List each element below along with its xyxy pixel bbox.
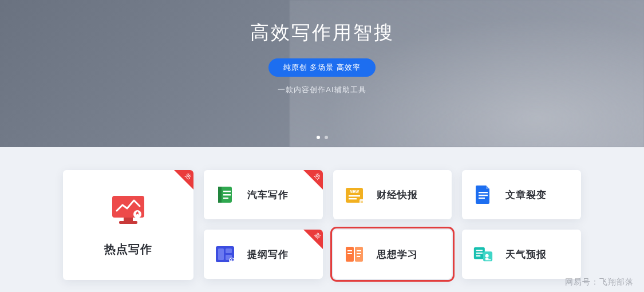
hero-subtitle: 一款内容创作AI辅助工具 — [278, 85, 366, 95]
card-weather-forecast[interactable]: 天气预报 — [462, 230, 581, 279]
svg-rect-33 — [476, 255, 481, 257]
study-icon — [343, 243, 365, 265]
svg-rect-36 — [485, 259, 491, 261]
weather-icon — [472, 243, 494, 265]
card-label: 汽车写作 — [247, 188, 289, 202]
card-label: 文章裂变 — [505, 188, 547, 202]
badge-new: 新 — [303, 230, 323, 249]
svg-rect-14 — [361, 202, 363, 203]
card-outline-writing[interactable]: 新 提纲写作 — [204, 230, 323, 279]
feature-card-hotspot[interactable]: 热 热点写作 — [63, 170, 193, 280]
svg-rect-17 — [479, 198, 485, 199]
svg-rect-29 — [357, 256, 360, 257]
hero-title: 高效写作用智搜 — [250, 20, 394, 46]
svg-rect-7 — [223, 194, 231, 196]
card-grid: 热 汽车写作 NEW — [204, 170, 581, 280]
svg-rect-32 — [476, 252, 483, 254]
svg-rect-15 — [479, 192, 488, 193]
news-icon: NEW — [343, 184, 365, 206]
doc-icon — [472, 184, 494, 206]
svg-rect-20 — [226, 248, 232, 253]
svg-rect-1 — [124, 218, 133, 221]
card-auto-writing[interactable]: 热 汽车写作 — [204, 170, 323, 219]
chart-screen-icon — [110, 194, 147, 226]
svg-rect-31 — [476, 250, 483, 251]
feature-card-label: 热点写作 — [104, 242, 152, 257]
svg-text:NEW: NEW — [349, 190, 359, 194]
svg-rect-11 — [349, 195, 360, 196]
svg-rect-2 — [119, 221, 137, 224]
carousel-dots[interactable] — [317, 136, 328, 139]
card-thought-study[interactable]: 思想学习 — [333, 230, 452, 279]
dot-2[interactable] — [325, 136, 328, 139]
svg-rect-28 — [357, 253, 361, 254]
card-article-split[interactable]: 文章裂变 — [462, 170, 581, 219]
svg-rect-19 — [218, 248, 224, 260]
card-label: 天气预报 — [505, 248, 547, 261]
svg-rect-6 — [223, 191, 231, 192]
svg-rect-25 — [347, 250, 352, 251]
layout-icon — [214, 243, 236, 265]
badge-hot: 热 — [174, 170, 193, 190]
svg-rect-5 — [218, 187, 222, 203]
svg-point-35 — [485, 254, 489, 258]
card-label: 财经快报 — [377, 188, 418, 202]
dot-1[interactable] — [317, 136, 320, 139]
card-label: 思想学习 — [377, 248, 418, 261]
hero-banner: 高效写作用智搜 纯原创 多场景 高效率 一款内容创作AI辅助工具 — [0, 0, 644, 147]
svg-rect-16 — [479, 195, 488, 196]
svg-rect-27 — [357, 250, 361, 251]
content-area: 热 热点写作 热 — [0, 147, 644, 280]
card-finance-news[interactable]: NEW 财经快报 — [333, 170, 452, 219]
svg-rect-26 — [347, 253, 352, 254]
hero-tagline-pill: 纯原创 多场景 高效率 — [268, 58, 376, 77]
book-icon — [214, 184, 236, 206]
svg-rect-12 — [349, 198, 357, 199]
badge-hot: 热 — [303, 170, 323, 190]
card-label: 提纲写作 — [247, 248, 289, 261]
svg-rect-8 — [223, 198, 228, 199]
watermark-text: 网易号：飞翔部落 — [565, 277, 634, 287]
